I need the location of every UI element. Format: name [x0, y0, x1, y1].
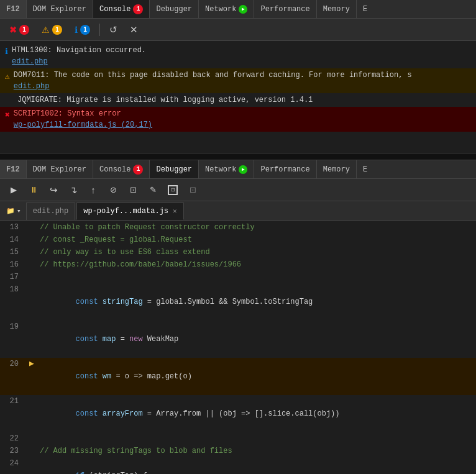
continue-button[interactable]: ▶: [5, 182, 22, 198]
code-line-17: 17: [0, 271, 476, 283]
info-count-badge: 1: [80, 25, 90, 35]
code-line-14: 14 // const _Request = global.Request: [0, 234, 476, 246]
break-new-worker-button[interactable]: ⊡: [124, 182, 142, 198]
line-code-24: if (stringTag) {: [37, 457, 476, 474]
line-code-23: // Add missing stringTags to blob and fi…: [37, 445, 476, 457]
step-out-icon: ↑: [91, 185, 96, 195]
tab-debugger-top[interactable]: Debugger: [150, 0, 199, 18]
format-icon: ⊡: [190, 185, 196, 194]
top-panel: F12 DOM Explorer Console 1 Debugger Netw…: [0, 0, 476, 153]
code-line-22: 22: [0, 432, 476, 445]
code-line-21: 21 const arrayFrom = Array.from || (obj …: [0, 395, 476, 432]
error-count-badge: 1: [19, 25, 29, 35]
error-message-text: SCRIPT1002: Syntax error: [14, 109, 121, 118]
info-message-link[interactable]: edit.php: [12, 57, 48, 66]
step-into-button[interactable]: ↴: [65, 182, 82, 198]
line-code-13: // Unable to patch Request constructor c…: [37, 221, 476, 234]
code-line-18: 18 const stringTag = global.Symbol && Sy…: [0, 283, 476, 321]
step-over-icon: ↪: [50, 185, 58, 196]
tab-performance-bottom[interactable]: Performance: [254, 160, 316, 178]
line-code-21: const arrayFrom = Array.from || (obj => …: [37, 395, 476, 432]
line-arrow-20: ▶: [26, 358, 37, 370]
line-number-23: 23: [0, 445, 26, 457]
clear-info-button[interactable]: ℹ 1: [70, 22, 94, 37]
top-tab-bar: F12 DOM Explorer Console 1 Debugger Netw…: [0, 0, 476, 19]
clear-errors-button[interactable]: ✖ 1: [5, 22, 34, 37]
pause-button[interactable]: ⏸: [25, 182, 42, 198]
info-row-icon: ℹ: [5, 46, 8, 58]
tab-debugger-bottom[interactable]: Debugger: [150, 160, 199, 178]
pin-icon: ✎: [150, 185, 157, 194]
tab-extra-top[interactable]: E: [357, 0, 373, 18]
tab-dom-explorer-bottom[interactable]: DOM Explorer: [27, 160, 93, 178]
tab-f12-bottom[interactable]: F12: [0, 160, 27, 178]
error-row-icon: ✖: [5, 109, 10, 122]
line-code-16: // https://github.com/babel/babel/issues…: [37, 258, 476, 271]
step-into-icon: ↴: [70, 185, 78, 196]
line-number-22: 22: [0, 432, 26, 445]
console-output: ℹ HTML1300: Navigation occurred. edit.ph…: [0, 41, 476, 153]
exceptions-icon: ⊘: [110, 185, 117, 194]
error-message-link[interactable]: wp-polyfill-formdata.js (20,17): [14, 121, 152, 129]
step-over-button[interactable]: ↪: [45, 182, 62, 198]
refresh-button[interactable]: ↺: [105, 22, 122, 37]
warn-count-badge: 1: [52, 25, 62, 35]
tab-extra-bottom[interactable]: E: [357, 160, 373, 178]
console-row-info: ℹ HTML1300: Navigation occurred. edit.ph…: [0, 43, 476, 68]
tab-performance-top[interactable]: Performance: [254, 0, 316, 18]
folder-dropdown[interactable]: 📁 ▾: [2, 206, 25, 216]
panel-divider: [0, 153, 476, 160]
console-row-plain: JQMIGRATE: Migrate is installed with log…: [0, 93, 476, 107]
tab-memory-top[interactable]: Memory: [317, 0, 357, 18]
line-number-15: 15: [0, 246, 26, 258]
line-number-14: 14: [0, 234, 26, 246]
break-exceptions-button[interactable]: ⊘: [104, 182, 122, 198]
code-line-24: 24 if (stringTag) {: [0, 457, 476, 474]
code-line-15: 15 // only way is to use ES6 class exten…: [0, 246, 476, 258]
info-message-text: HTML1300: Navigation occurred.: [12, 46, 146, 55]
highlight-element-button[interactable]: ⊡: [164, 182, 181, 198]
tab-dom-explorer-top[interactable]: DOM Explorer: [27, 0, 93, 18]
line-number-21: 21: [0, 395, 26, 408]
file-tab-label-wp-polyfill: wp-polyf...mdata.js: [83, 207, 168, 216]
plain-message-text: JQMIGRATE: Migrate is installed with log…: [17, 94, 313, 106]
file-tab-wp-polyfill[interactable]: wp-polyf...mdata.js ✕: [76, 203, 183, 220]
line-number-16: 16: [0, 258, 26, 271]
line-number-24: 24: [0, 457, 26, 470]
pin-button[interactable]: ✎: [144, 182, 162, 198]
tab-console-top[interactable]: Console 1: [93, 0, 150, 18]
step-out-button[interactable]: ↑: [85, 182, 102, 198]
line-number-13: 13: [0, 221, 26, 234]
toolbar-separator: [99, 24, 100, 36]
tab-console-bottom[interactable]: Console 1: [93, 160, 150, 178]
code-editor: 13 // Unable to patch Request constructo…: [0, 221, 476, 474]
file-tab-label-edit-php: edit.php: [33, 207, 69, 216]
code-line-20: 20 ▶ const wm = o => map.get(o): [0, 358, 476, 395]
file-tab-bar: 📁 ▾ edit.php wp-polyf...mdata.js ✕: [0, 201, 476, 221]
clear-warnings-button[interactable]: ⚠ 1: [37, 22, 66, 37]
file-tab-edit-php[interactable]: edit.php: [26, 203, 76, 220]
warn-message-text: DOM7011: The code on this page disabled …: [14, 71, 412, 80]
tab-network-top[interactable]: Network ▶: [199, 0, 254, 18]
line-code-14: // const _Request = global.Request: [37, 234, 476, 246]
highlight-icon: ⊡: [168, 185, 178, 195]
tab-f12-top[interactable]: F12: [0, 0, 27, 18]
format-button[interactable]: ⊡: [184, 182, 201, 198]
file-tab-close-button[interactable]: ✕: [173, 207, 177, 215]
code-line-13: 13 // Unable to patch Request constructo…: [0, 221, 476, 234]
console-toolbar: ✖ 1 ⚠ 1 ℹ 1 ↺ ✕: [0, 19, 476, 41]
tab-memory-bottom[interactable]: Memory: [317, 160, 357, 178]
refresh-icon: ↺: [109, 24, 117, 35]
console-error-badge-bottom: 1: [133, 165, 143, 175]
close-button[interactable]: ✕: [126, 22, 142, 37]
warn-message-link[interactable]: edit.php: [14, 82, 50, 91]
line-number-20: 20: [0, 358, 26, 370]
chevron-down-icon: ▾: [17, 207, 21, 215]
line-code-15: // only way is to use ES6 class extend: [37, 246, 476, 258]
warning-icon: ⚠: [42, 25, 50, 35]
pause-icon: ⏸: [30, 185, 38, 194]
line-code-19: const map = new WeakMap: [37, 321, 476, 358]
console-row-error: ✖ SCRIPT1002: Syntax error wp-polyfill-f…: [0, 107, 476, 132]
tab-network-bottom[interactable]: Network ▶: [199, 160, 254, 178]
bottom-panel: F12 DOM Explorer Console 1 Debugger Netw…: [0, 160, 476, 474]
